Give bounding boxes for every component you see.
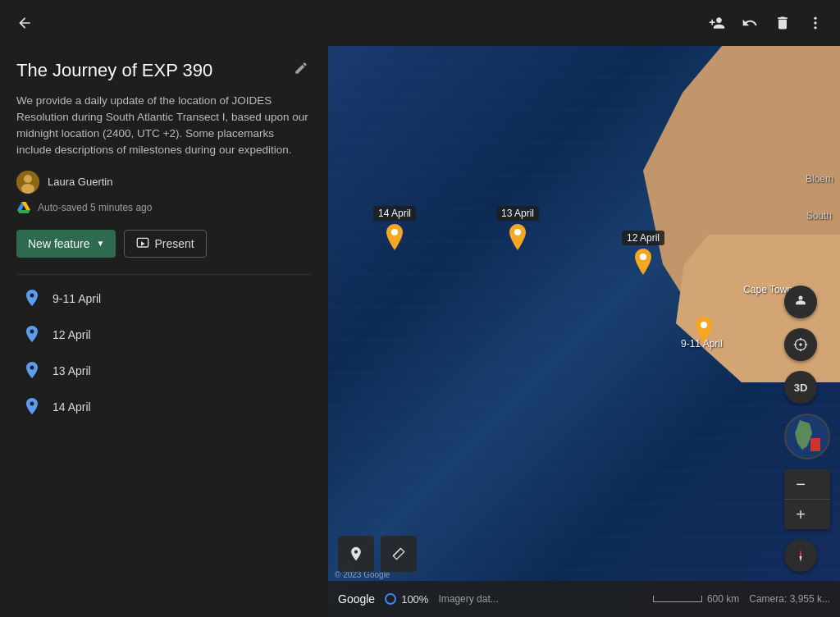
svg-point-10 [640,254,646,260]
placemark-label: 9-11 April [52,292,101,305]
zoom-out-button[interactable]: − [784,469,817,499]
pin-icon-12apr [632,249,654,277]
autosave-text: Auto-saved 5 minutes ago [38,202,152,213]
project-title: The Journey of EXP 390 [16,59,284,83]
location-icon [23,290,41,308]
map-tools [338,536,417,572]
marker-label-14apr: 14 April [373,206,416,221]
svg-line-12 [393,548,400,555]
map-marker-12apr[interactable]: 12 April [622,231,664,277]
map-area[interactable]: Bloem South Cape Town 14 April 13 April … [328,46,840,617]
imagery-meta: Imagery dat... [438,593,498,605]
scale-line [653,596,702,602]
top-bar-right [702,8,830,38]
svg-point-0 [814,17,816,20]
delete-button[interactable] [768,8,797,38]
svg-point-5 [21,184,34,194]
map-marker-14apr[interactable]: 14 April [373,206,416,252]
undo-button[interactable] [735,8,765,38]
more-button[interactable] [801,8,830,38]
placemark-item[interactable]: 12 April [16,318,312,352]
zoom-controls: − + [784,469,830,529]
project-title-row: The Journey of EXP 390 [16,59,312,83]
new-feature-button[interactable]: New feature ▼ [16,230,116,258]
divider [16,274,312,275]
measure-tool-button[interactable] [381,536,417,572]
svg-point-2 [814,26,816,29]
scale-label: 600 km [707,593,739,605]
sidebar-content: The Journey of EXP 390 We provide a dail… [0,46,328,437]
present-button[interactable]: Present [124,230,206,258]
location-icon [23,398,41,416]
svg-marker-21 [800,555,802,562]
google-logo: Google [338,592,375,606]
autosave-row: Auto-saved 5 minutes ago [16,200,312,215]
placemark-item[interactable]: 13 April [16,354,312,388]
bloem-label: Bloem [806,173,833,185]
globe-marker [810,438,820,451]
zoom-percentage: 100% [401,593,428,606]
placemark-label: 12 April [52,328,91,341]
svg-point-11 [701,322,707,328]
chevron-down-icon: ▼ [96,239,104,248]
target-button[interactable] [784,328,817,361]
svg-point-9 [514,229,521,235]
camera-info: Camera: 3,955 k... [749,593,830,605]
placemark-item[interactable]: 14 April [16,390,312,424]
svg-point-8 [391,229,398,235]
location-tool-button[interactable] [338,536,374,572]
south-label: South [806,210,832,222]
globe-widget[interactable] [784,414,830,459]
location-icon [23,326,41,344]
top-bar-left [10,8,39,38]
svg-marker-7 [141,241,145,245]
svg-marker-20 [800,550,802,556]
street-view-button[interactable] [784,286,817,318]
main-layout: The Journey of EXP 390 We provide a dail… [0,46,840,617]
placemark-list: 9-11 April 12 April [16,281,312,424]
3d-button[interactable]: 3D [784,371,817,404]
svg-point-13 [799,296,803,300]
project-description: We provide a daily update of the locatio… [16,93,312,159]
svg-point-1 [814,21,816,24]
back-button[interactable] [10,8,39,38]
top-bar [0,0,840,46]
drive-icon [16,200,31,215]
zoom-indicator: 100% [385,593,428,606]
compass-button[interactable] [784,539,817,572]
zoom-circle [385,593,396,605]
action-buttons: New feature ▼ Present [16,230,312,258]
placemark-label: 13 April [52,364,91,377]
svg-point-15 [799,343,801,345]
location-icon [23,362,41,380]
marker-label-13apr: 13 April [496,206,539,221]
add-person-button[interactable] [702,8,732,38]
placemark-item[interactable]: 9-11 April [16,281,312,316]
play-icon [136,237,149,250]
svg-point-4 [24,175,32,183]
map-marker-13apr[interactable]: 13 April [496,206,539,252]
map-controls: 3D − + [784,286,830,572]
sidebar: The Journey of EXP 390 We provide a dail… [0,46,328,617]
map-911apr-label: 9-11 April [681,338,723,350]
placemark-label: 14 April [52,400,91,414]
zoom-in-button[interactable]: + [784,500,817,529]
scale-bar: 600 km [653,593,739,605]
map-bottom-bar: Google 100% Imagery dat... 600 km Camera… [328,581,840,617]
author-name: Laura Guertin [48,176,113,188]
pin-icon-14apr [384,224,405,252]
edit-title-button[interactable] [290,59,312,81]
avatar [16,171,39,194]
author-row: Laura Guertin [16,171,312,194]
marker-label-12apr: 12 April [622,231,664,245]
pin-icon-13apr [507,224,528,252]
